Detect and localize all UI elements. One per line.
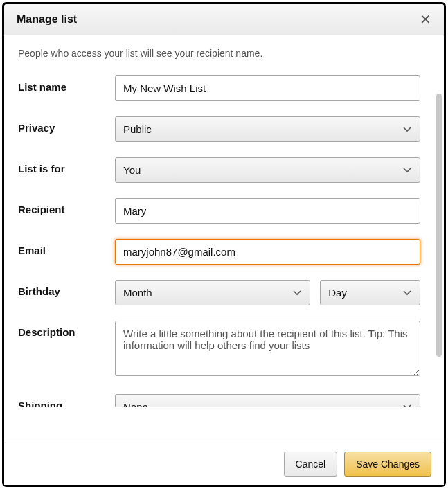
privacy-value: Public [123,123,152,135]
description-textarea[interactable] [115,321,420,376]
recipient-input[interactable] [115,198,420,224]
list-is-for-select[interactable]: You [115,157,420,183]
chevron-down-icon [403,404,411,407]
birthday-month-select[interactable]: Month [115,280,310,305]
chevron-down-icon [293,290,301,296]
cancel-button[interactable]: Cancel [284,452,338,477]
list-is-for-value: You [123,164,141,176]
close-icon[interactable]: ✕ [420,12,431,26]
email-input[interactable] [115,239,420,265]
birthday-day-value: Day [328,287,347,299]
chevron-down-icon [403,168,411,173]
list-name-label: List name [18,75,115,93]
birthday-month-value: Month [123,287,152,299]
chevron-down-icon [403,290,411,296]
dialog-title: Manage list [17,13,77,26]
scrollbar-thumb[interactable] [436,94,442,357]
shipping-label: Shipping [18,394,115,407]
privacy-label: Privacy [18,116,115,134]
dialog-body: People who access your list will see you… [4,35,434,443]
birthday-label: Birthday [18,280,115,297]
recipient-label: Recipient [18,198,115,215]
privacy-select[interactable]: Public [115,116,420,142]
shipping-select[interactable]: None [115,394,420,407]
hint-text: People who access your list will see you… [18,48,420,59]
dialog-header: Manage list ✕ [4,4,444,35]
email-label: Email [18,239,115,256]
scrollbar[interactable] [434,35,444,443]
manage-list-dialog: Manage list ✕ People who access your lis… [2,2,446,487]
birthday-day-select[interactable]: Day [320,280,420,305]
dialog-footer: Cancel Save Changes [4,443,444,485]
save-button[interactable]: Save Changes [344,452,431,477]
chevron-down-icon [403,127,411,132]
list-is-for-label: List is for [18,157,115,175]
description-label: Description [18,321,115,338]
shipping-value: None [123,401,148,407]
list-name-input[interactable] [115,75,420,101]
